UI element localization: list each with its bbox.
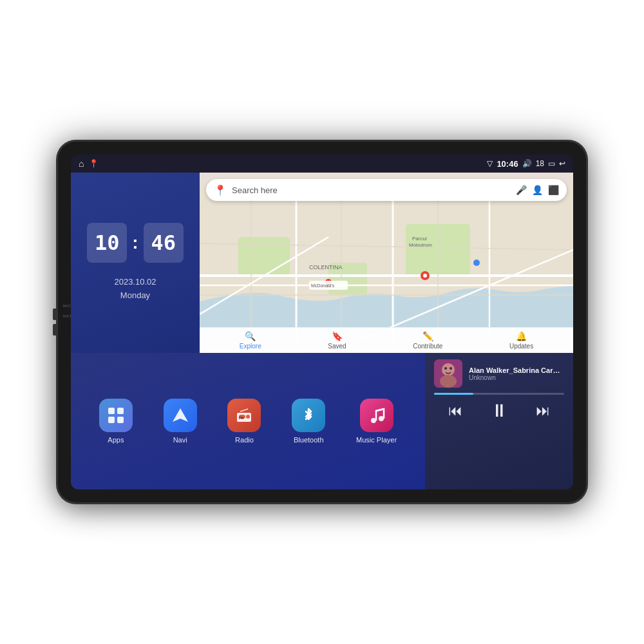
svg-point-41: [444, 367, 447, 370]
svg-point-32: [246, 415, 250, 419]
album-art-svg: [434, 359, 462, 388]
app-icon-navi[interactable]: Navi: [164, 399, 197, 444]
navi-label: Navi: [173, 436, 187, 444]
music-player-label: Music Player: [356, 436, 397, 444]
app-icon-bluetooth[interactable]: Bluetooth: [292, 399, 325, 444]
svg-text:COLENTINA: COLENTINA: [309, 264, 343, 270]
home-icon[interactable]: ⌂: [79, 158, 84, 169]
back-icon[interactable]: ↩: [559, 159, 565, 168]
music-text: Alan Walker_Sabrina Carpenter_F... Unkno…: [469, 366, 564, 381]
car-head-unit: MIC RST ⌂ 📍 ▽ 10:46 🔊 18 ▭ ↩: [58, 142, 586, 502]
status-right: ▽ 10:46 🔊 18 ▭ ↩: [487, 159, 565, 169]
svg-text:FM: FM: [239, 416, 243, 420]
bluetooth-icon-wrapper: [292, 399, 325, 432]
clock-minutes: 46: [144, 223, 184, 263]
prev-button[interactable]: ⏮: [448, 402, 462, 419]
map-updates-tab[interactable]: 🔔 Updates: [509, 331, 533, 350]
map-saved-tab[interactable]: 🔖 Saved: [328, 331, 346, 350]
svg-point-20: [423, 274, 427, 278]
navi-icon-wrapper: [164, 399, 197, 432]
updates-icon: 🔔: [516, 331, 527, 341]
radio-label: Radio: [235, 436, 254, 444]
svg-line-33: [240, 409, 248, 412]
svg-point-22: [473, 260, 480, 266]
mic-search-icon[interactable]: 🎤: [516, 185, 527, 195]
music-title: Alan Walker_Sabrina Carpenter_F...: [469, 366, 564, 374]
map-contribute-tab[interactable]: ✏️ Contribute: [413, 331, 442, 350]
svg-marker-29: [173, 408, 188, 422]
svg-text:McDonald's: McDonald's: [311, 283, 335, 288]
svg-point-40: [440, 375, 457, 388]
apps-panel: Apps Navi: [71, 353, 425, 489]
svg-point-39: [442, 363, 455, 376]
clock-panel: 10 : 46 2023.10.02 Monday: [71, 173, 200, 353]
account-icon[interactable]: 👤: [532, 185, 543, 195]
music-icon-wrapper: [360, 399, 393, 432]
music-progress-fill: [434, 393, 473, 395]
device-screen: ⌂ 📍 ▽ 10:46 🔊 18 ▭ ↩ 10 :: [71, 155, 573, 489]
svg-rect-27: [108, 417, 115, 423]
svg-text:Parcul: Parcul: [412, 236, 427, 242]
music-panel: Alan Walker_Sabrina Carpenter_F... Unkno…: [425, 353, 573, 489]
map-search-bar[interactable]: 📍 Search here 🎤 👤 ⬛: [206, 179, 567, 201]
status-bar: ⌂ 📍 ▽ 10:46 🔊 18 ▭ ↩: [71, 155, 573, 173]
side-button-2[interactable]: [53, 324, 57, 336]
clock-display: 10 : 46: [87, 223, 183, 263]
next-button[interactable]: ⏭: [536, 402, 550, 419]
side-button-1[interactable]: [53, 308, 57, 320]
svg-rect-1: [238, 237, 290, 276]
svg-line-37: [376, 409, 384, 411]
clock-colon: :: [132, 232, 138, 253]
main-content: 10 : 46 2023.10.02 Monday: [71, 173, 573, 489]
saved-icon: 🔖: [332, 331, 343, 341]
battery-level: 18: [536, 159, 544, 168]
layers-icon[interactable]: ⬛: [548, 185, 559, 195]
status-time: 10:46: [497, 159, 518, 169]
svg-rect-25: [108, 408, 115, 414]
map-explore-tab[interactable]: 🔍 Explore: [240, 331, 261, 350]
map-search-text[interactable]: Search here: [232, 185, 511, 195]
music-thumbnail: [434, 359, 462, 388]
clock-hours: 10: [87, 223, 127, 263]
music-controls: ⏮ ⏸ ⏭: [434, 400, 564, 421]
bluetooth-symbol-icon: [299, 406, 317, 424]
music-progress-bar[interactable]: [434, 393, 564, 395]
radio-icon-wrapper: FM: [227, 399, 261, 432]
apps-label: Apps: [108, 436, 124, 444]
navigation-icon: [171, 406, 189, 424]
explore-icon: 🔍: [245, 331, 256, 341]
svg-rect-26: [117, 408, 124, 414]
bottom-section: Apps Navi: [71, 353, 573, 489]
app-icon-apps[interactable]: Apps: [99, 399, 133, 444]
app-icon-music[interactable]: Music Player: [356, 399, 397, 444]
app-icon-radio[interactable]: FM Radio: [227, 399, 261, 444]
clock-date: 2023.10.02 Monday: [114, 276, 156, 303]
map-panel[interactable]: COLENTINA Parcul Motodrom McDonald's: [200, 173, 573, 353]
radio-icon: FM: [235, 406, 253, 424]
apps-icon-wrapper: [99, 399, 133, 432]
map-bottom-bar: 🔍 Explore 🔖 Saved ✏️ Contribute 🔔: [200, 327, 573, 353]
status-left-icons: ⌂ 📍: [79, 158, 99, 169]
top-section: 10 : 46 2023.10.02 Monday: [71, 173, 573, 353]
google-maps-icon: 📍: [214, 184, 227, 196]
svg-point-42: [450, 367, 452, 370]
bluetooth-label: Bluetooth: [294, 436, 323, 444]
play-pause-button[interactable]: ⏸: [490, 400, 508, 421]
volume-icon: 🔊: [522, 159, 532, 168]
contribute-icon: ✏️: [422, 331, 433, 341]
maps-icon[interactable]: 📍: [89, 159, 99, 168]
screen-icon: ▭: [548, 159, 555, 168]
music-info: Alan Walker_Sabrina Carpenter_F... Unkno…: [434, 359, 564, 388]
map-search-icons: 🎤 👤 ⬛: [516, 185, 559, 195]
svg-rect-28: [117, 417, 124, 423]
music-note-icon: [368, 406, 386, 424]
side-buttons: [53, 308, 57, 336]
music-artist: Unknown: [469, 374, 564, 381]
wifi-icon: ▽: [487, 159, 493, 168]
svg-text:Motodrom: Motodrom: [409, 242, 432, 248]
apps-grid-icon: [107, 406, 125, 424]
